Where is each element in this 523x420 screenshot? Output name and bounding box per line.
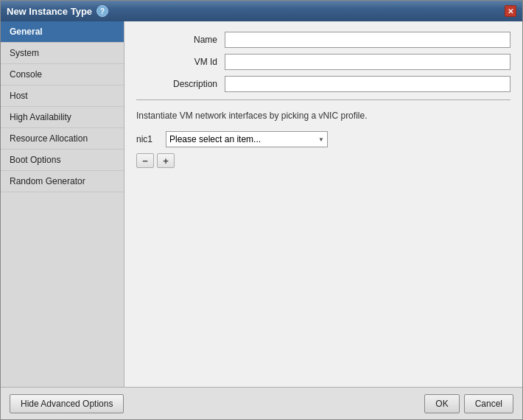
- sidebar-item-host[interactable]: Host: [1, 85, 124, 107]
- sidebar-item-general[interactable]: General: [1, 21, 124, 43]
- title-bar-left: New Instance Type ?: [7, 5, 108, 17]
- vm-id-label: VM Id: [136, 57, 225, 67]
- sidebar-item-system[interactable]: System: [1, 43, 124, 64]
- add-nic-button[interactable]: +: [157, 153, 175, 168]
- sidebar-item-boot-options[interactable]: Boot Options: [1, 150, 124, 171]
- nic-profile-select[interactable]: Please select an item...: [166, 131, 328, 147]
- main-content: Name VM Id Description Instantiate VM ne…: [124, 21, 522, 387]
- help-icon[interactable]: ?: [96, 5, 108, 17]
- name-label: Name: [136, 35, 225, 45]
- new-instance-type-dialog: New Instance Type ? ✕ General System Con…: [0, 0, 523, 420]
- name-input[interactable]: [225, 32, 510, 48]
- nic-instruction: Instantiate VM network interfaces by pic…: [136, 108, 510, 124]
- sidebar: General System Console Host High Availab…: [1, 21, 124, 387]
- remove-nic-button[interactable]: −: [136, 153, 154, 168]
- cancel-button[interactable]: Cancel: [464, 394, 513, 413]
- nic-label: nic1: [136, 134, 166, 144]
- sidebar-item-resource-allocation[interactable]: Resource Allocation: [1, 128, 124, 150]
- nic-select-wrapper: Please select an item...: [166, 131, 328, 147]
- description-input[interactable]: [225, 76, 510, 92]
- nic-row: nic1 Please select an item...: [136, 131, 510, 147]
- dialog-body: General System Console Host High Availab…: [1, 21, 522, 387]
- description-row: Description: [136, 76, 510, 92]
- hide-advanced-options-button[interactable]: Hide Advanced Options: [10, 394, 124, 413]
- footer-right: OK Cancel: [424, 394, 513, 413]
- description-label: Description: [136, 79, 225, 89]
- sidebar-item-console[interactable]: Console: [1, 64, 124, 85]
- vm-id-row: VM Id: [136, 54, 510, 70]
- sidebar-item-random-generator[interactable]: Random Generator: [1, 171, 124, 192]
- footer: Hide Advanced Options OK Cancel: [1, 387, 522, 419]
- close-button[interactable]: ✕: [505, 5, 516, 17]
- name-row: Name: [136, 32, 510, 48]
- nic-buttons: − +: [136, 153, 510, 168]
- vm-id-input[interactable]: [225, 54, 510, 70]
- sidebar-item-high-availability[interactable]: High Availability: [1, 107, 124, 128]
- title-bar: New Instance Type ? ✕: [1, 1, 522, 21]
- separator: [136, 99, 510, 100]
- nic-section: Instantiate VM network interfaces by pic…: [136, 108, 510, 168]
- ok-button[interactable]: OK: [424, 394, 459, 413]
- dialog-title: New Instance Type: [7, 6, 92, 17]
